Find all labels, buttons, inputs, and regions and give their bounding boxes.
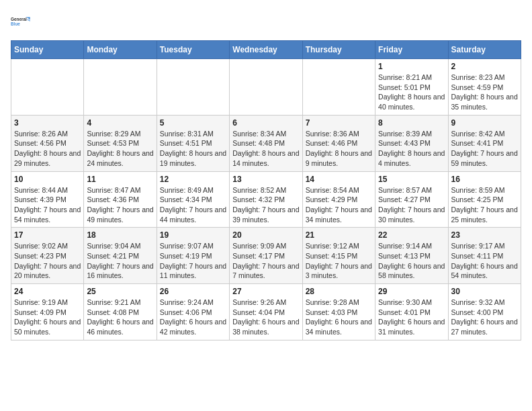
day-info: Sunrise: 9:09 AM Sunset: 4:17 PM Dayligh… xyxy=(232,241,299,281)
day-info: Sunrise: 8:44 AM Sunset: 4:39 PM Dayligh… xyxy=(14,185,81,225)
day-info: Sunrise: 9:30 AM Sunset: 4:01 PM Dayligh… xyxy=(378,298,445,337)
day-info: Sunrise: 9:04 AM Sunset: 4:21 PM Dayligh… xyxy=(87,241,153,281)
day-cell: 6Sunrise: 8:34 AM Sunset: 4:48 PM Daylig… xyxy=(230,115,302,171)
day-info: Sunrise: 9:12 AM Sunset: 4:15 PM Dayligh… xyxy=(306,241,372,281)
day-info: Sunrise: 8:59 AM Sunset: 4:25 PM Dayligh… xyxy=(451,185,518,225)
week-row-4: 17Sunrise: 9:02 AM Sunset: 4:23 PM Dayli… xyxy=(11,228,521,284)
day-cell: 19Sunrise: 9:07 AM Sunset: 4:19 PM Dayli… xyxy=(157,228,229,284)
day-number: 25 xyxy=(87,287,153,296)
day-cell: 27Sunrise: 9:26 AM Sunset: 4:04 PM Dayli… xyxy=(230,284,302,340)
day-number: 6 xyxy=(232,118,299,128)
day-cell: 25Sunrise: 9:21 AM Sunset: 4:08 PM Dayli… xyxy=(84,284,157,340)
day-cell: 8Sunrise: 8:39 AM Sunset: 4:43 PM Daylig… xyxy=(375,115,448,171)
day-number: 2 xyxy=(451,62,518,71)
day-cell: 26Sunrise: 9:24 AM Sunset: 4:06 PM Dayli… xyxy=(157,284,229,340)
day-cell xyxy=(157,59,229,116)
weekday-header-row: SundayMondayTuesdayWednesdayThursdayFrid… xyxy=(11,41,521,59)
day-cell: 10Sunrise: 8:44 AM Sunset: 4:39 PM Dayli… xyxy=(11,171,84,228)
day-cell: 16Sunrise: 8:59 AM Sunset: 4:25 PM Dayli… xyxy=(448,171,521,228)
weekday-header-sunday: Sunday xyxy=(11,41,84,59)
day-info: Sunrise: 9:28 AM Sunset: 4:03 PM Dayligh… xyxy=(306,298,372,337)
day-number: 22 xyxy=(378,230,445,240)
day-number: 4 xyxy=(87,118,153,128)
day-info: Sunrise: 9:21 AM Sunset: 4:08 PM Dayligh… xyxy=(87,298,153,337)
day-number: 9 xyxy=(451,118,518,128)
day-cell: 1Sunrise: 8:21 AM Sunset: 5:01 PM Daylig… xyxy=(375,59,448,116)
day-info: Sunrise: 9:14 AM Sunset: 4:13 PM Dayligh… xyxy=(378,241,445,281)
day-cell: 30Sunrise: 9:32 AM Sunset: 4:00 PM Dayli… xyxy=(448,284,521,340)
day-cell xyxy=(230,59,302,116)
day-info: Sunrise: 8:47 AM Sunset: 4:36 PM Dayligh… xyxy=(87,185,153,225)
day-cell: 29Sunrise: 9:30 AM Sunset: 4:01 PM Dayli… xyxy=(375,284,448,340)
day-info: Sunrise: 8:36 AM Sunset: 4:46 PM Dayligh… xyxy=(306,129,372,169)
day-cell: 4Sunrise: 8:29 AM Sunset: 4:53 PM Daylig… xyxy=(84,115,157,171)
day-cell: 24Sunrise: 9:19 AM Sunset: 4:09 PM Dayli… xyxy=(11,284,84,340)
day-number: 13 xyxy=(232,175,299,184)
day-info: Sunrise: 8:23 AM Sunset: 4:59 PM Dayligh… xyxy=(451,73,518,112)
day-number: 26 xyxy=(160,287,226,296)
day-number: 1 xyxy=(378,62,445,71)
day-info: Sunrise: 9:24 AM Sunset: 4:06 PM Dayligh… xyxy=(160,298,226,337)
day-info: Sunrise: 9:26 AM Sunset: 4:04 PM Dayligh… xyxy=(232,298,299,337)
calendar-table: SundayMondayTuesdayWednesdayThursdayFrid… xyxy=(11,40,521,340)
day-cell xyxy=(302,59,375,116)
day-number: 15 xyxy=(378,175,445,184)
weekday-header-thursday: Thursday xyxy=(302,41,375,59)
day-info: Sunrise: 9:19 AM Sunset: 4:09 PM Dayligh… xyxy=(14,298,81,337)
day-info: Sunrise: 8:57 AM Sunset: 4:27 PM Dayligh… xyxy=(378,185,445,225)
day-cell: 23Sunrise: 9:17 AM Sunset: 4:11 PM Dayli… xyxy=(448,228,521,284)
day-number: 11 xyxy=(87,175,153,184)
week-row-5: 24Sunrise: 9:19 AM Sunset: 4:09 PM Dayli… xyxy=(11,284,521,340)
day-number: 21 xyxy=(306,230,372,240)
day-cell: 7Sunrise: 8:36 AM Sunset: 4:46 PM Daylig… xyxy=(302,115,375,171)
day-cell xyxy=(84,59,157,116)
day-number: 3 xyxy=(14,118,81,128)
day-number: 8 xyxy=(378,118,445,128)
day-cell: 28Sunrise: 9:28 AM Sunset: 4:03 PM Dayli… xyxy=(302,284,375,340)
page-header: GeneralBlue xyxy=(11,11,521,32)
weekday-header-saturday: Saturday xyxy=(448,41,521,59)
day-number: 17 xyxy=(14,230,81,240)
day-info: Sunrise: 8:26 AM Sunset: 4:56 PM Dayligh… xyxy=(14,129,81,169)
day-cell: 14Sunrise: 8:54 AM Sunset: 4:29 PM Dayli… xyxy=(302,171,375,228)
day-cell: 13Sunrise: 8:52 AM Sunset: 4:32 PM Dayli… xyxy=(230,171,302,228)
day-info: Sunrise: 8:52 AM Sunset: 4:32 PM Dayligh… xyxy=(232,185,299,225)
day-info: Sunrise: 8:54 AM Sunset: 4:29 PM Dayligh… xyxy=(306,185,372,225)
weekday-header-friday: Friday xyxy=(375,41,448,59)
day-cell: 15Sunrise: 8:57 AM Sunset: 4:27 PM Dayli… xyxy=(375,171,448,228)
day-info: Sunrise: 8:34 AM Sunset: 4:48 PM Dayligh… xyxy=(232,129,299,169)
day-number: 20 xyxy=(232,230,299,240)
day-number: 23 xyxy=(451,230,518,240)
day-cell: 11Sunrise: 8:47 AM Sunset: 4:36 PM Dayli… xyxy=(84,171,157,228)
logo-icon: GeneralBlue xyxy=(11,11,32,32)
weekday-header-tuesday: Tuesday xyxy=(157,41,229,59)
day-info: Sunrise: 9:02 AM Sunset: 4:23 PM Dayligh… xyxy=(14,241,81,281)
day-number: 10 xyxy=(14,175,81,184)
day-cell: 9Sunrise: 8:42 AM Sunset: 4:41 PM Daylig… xyxy=(448,115,521,171)
week-row-3: 10Sunrise: 8:44 AM Sunset: 4:39 PM Dayli… xyxy=(11,171,521,228)
day-cell: 2Sunrise: 8:23 AM Sunset: 4:59 PM Daylig… xyxy=(448,59,521,116)
weekday-header-wednesday: Wednesday xyxy=(230,41,302,59)
day-number: 30 xyxy=(451,287,518,296)
day-cell: 5Sunrise: 8:31 AM Sunset: 4:51 PM Daylig… xyxy=(157,115,229,171)
day-number: 28 xyxy=(306,287,372,296)
day-number: 5 xyxy=(160,118,226,128)
day-info: Sunrise: 9:17 AM Sunset: 4:11 PM Dayligh… xyxy=(451,241,518,281)
day-info: Sunrise: 8:49 AM Sunset: 4:34 PM Dayligh… xyxy=(160,185,226,225)
day-info: Sunrise: 8:31 AM Sunset: 4:51 PM Dayligh… xyxy=(160,129,226,169)
day-number: 29 xyxy=(378,287,445,296)
day-cell: 3Sunrise: 8:26 AM Sunset: 4:56 PM Daylig… xyxy=(11,115,84,171)
day-info: Sunrise: 8:42 AM Sunset: 4:41 PM Dayligh… xyxy=(451,129,518,169)
day-cell: 21Sunrise: 9:12 AM Sunset: 4:15 PM Dayli… xyxy=(302,228,375,284)
day-info: Sunrise: 9:07 AM Sunset: 4:19 PM Dayligh… xyxy=(160,241,226,281)
day-number: 27 xyxy=(232,287,299,296)
day-number: 19 xyxy=(160,230,226,240)
day-cell xyxy=(11,59,84,116)
svg-text:Blue: Blue xyxy=(11,21,20,26)
week-row-2: 3Sunrise: 8:26 AM Sunset: 4:56 PM Daylig… xyxy=(11,115,521,171)
day-number: 16 xyxy=(451,175,518,184)
weekday-header-monday: Monday xyxy=(84,41,157,59)
day-number: 12 xyxy=(160,175,226,184)
day-info: Sunrise: 8:29 AM Sunset: 4:53 PM Dayligh… xyxy=(87,129,153,169)
day-number: 18 xyxy=(87,230,153,240)
